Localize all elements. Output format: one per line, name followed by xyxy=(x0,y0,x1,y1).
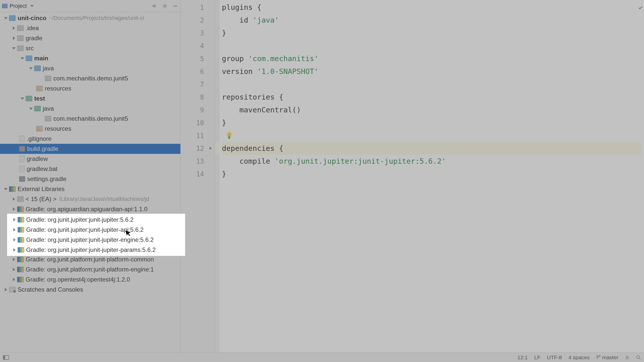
code-line[interactable]: } xyxy=(222,116,641,129)
zoom-icon[interactable] xyxy=(636,355,641,360)
project-title[interactable]: Project xyxy=(10,3,27,9)
gutter-line[interactable]: 13 xyxy=(181,155,215,168)
gutter-line[interactable]: 7 xyxy=(181,78,215,91)
tree-node[interactable]: gradle xyxy=(0,33,180,43)
gutter-line[interactable]: 5 xyxy=(181,52,215,65)
svg-point-1 xyxy=(597,355,598,356)
tree-node[interactable]: .idea xyxy=(0,23,180,33)
code-line[interactable]: version '1.0-SNAPSHOT' xyxy=(222,65,641,78)
folder-icon xyxy=(26,56,32,61)
tree-label: .gitignore xyxy=(27,135,52,142)
tree-hint: /Library/Java/JavaVirtualMachines/jd xyxy=(59,196,149,202)
library-icon xyxy=(18,237,24,243)
tree-node[interactable]: settings.gradle xyxy=(0,174,180,184)
gutter-line[interactable]: 3 xyxy=(181,27,215,39)
folder-icon xyxy=(34,66,41,71)
branch-icon xyxy=(596,354,601,360)
gutter-line[interactable]: 9 xyxy=(181,104,215,116)
chevron-down-icon[interactable] xyxy=(30,5,34,7)
code-line[interactable]: group 'com.mechanitis' xyxy=(222,52,641,65)
tree-label: test xyxy=(34,95,45,102)
tool-windows-icon[interactable] xyxy=(3,355,9,360)
tree-node[interactable]: Gradle: org.junit.jupiter:junit-jupiter:… xyxy=(8,215,184,225)
gutter-line[interactable]: 2 xyxy=(181,14,215,27)
library-icon xyxy=(18,247,24,253)
gutter-line[interactable]: 4 xyxy=(181,39,215,52)
library-icon xyxy=(18,217,24,222)
tree-node[interactable]: gradlew.bat xyxy=(0,164,180,174)
tree-node[interactable]: resources xyxy=(0,124,180,134)
library-icon xyxy=(17,206,24,212)
tree-node-scratches[interactable]: Scratches and Consoles xyxy=(0,285,180,295)
gutter-line[interactable]: 14 xyxy=(181,168,215,180)
gutter[interactable]: 1234567891011121314 xyxy=(181,0,215,352)
tree-node[interactable]: java xyxy=(0,63,180,73)
code-area[interactable]: plugins { id 'java'}group 'com.mechaniti… xyxy=(219,0,644,352)
svg-point-0 xyxy=(164,5,166,7)
tree-node[interactable]: Gradle: org.opentest4j:opentest4j:1.2.0 xyxy=(0,275,180,285)
tree-label: main xyxy=(34,55,48,62)
gear-icon[interactable] xyxy=(162,3,168,9)
code-line[interactable]: } xyxy=(222,168,641,180)
code-line[interactable]: mavenCentral() xyxy=(222,104,641,116)
code-line[interactable]: dependencies { xyxy=(222,142,641,155)
tree-node-external-libs[interactable]: External Libraries xyxy=(0,184,180,194)
library-icon xyxy=(17,277,24,282)
tree-node[interactable]: java xyxy=(0,104,180,114)
gutter-line[interactable]: 8 xyxy=(181,91,215,104)
tree-node[interactable]: Gradle: org.junit.jupiter:junit-jupiter-… xyxy=(8,225,184,235)
tree-label: Gradle: org.junit.jupiter:junit-jupiter-… xyxy=(26,236,154,243)
tree-node[interactable]: Gradle: org.junit.platform:junit-platfor… xyxy=(0,254,180,264)
project-tree[interactable]: unit-cinco ~/Documents/Projects/trishage… xyxy=(0,12,180,352)
line-separator[interactable]: LF xyxy=(534,354,541,360)
tree-label: build.gradle xyxy=(27,145,58,152)
package-icon xyxy=(45,76,51,81)
tree-node[interactable]: src xyxy=(0,43,180,53)
code-line[interactable]: compile 'org.junit.jupiter:junit-jupiter… xyxy=(222,155,641,168)
highlight-callout: Gradle: org.junit.jupiter:junit-jupiter:… xyxy=(8,214,185,255)
editor: 1234567891011121314 plugins { id 'java'}… xyxy=(181,0,644,352)
gutter-line[interactable]: 12 xyxy=(181,142,215,155)
tree-node[interactable]: com.mechanitis.demo.junit5 xyxy=(0,114,180,124)
scratches-icon xyxy=(9,287,16,292)
code-line[interactable]: id 'java' xyxy=(222,14,641,27)
encoding[interactable]: UTF-8 xyxy=(547,354,562,360)
code-line[interactable]: repositories { xyxy=(222,91,641,104)
git-branch[interactable]: master xyxy=(596,354,618,360)
code-line[interactable] xyxy=(222,39,641,52)
tree-node-root[interactable]: unit-cinco ~/Documents/Projects/trishage… xyxy=(0,13,180,23)
gutter-line[interactable]: 10 xyxy=(181,116,215,129)
tree-node[interactable]: .gitignore xyxy=(0,134,180,144)
tree-label: unit-cinco xyxy=(18,15,47,22)
fold-column[interactable] xyxy=(215,0,219,352)
collapse-all-icon[interactable] xyxy=(151,3,157,9)
tree-node-selected[interactable]: build.gradle xyxy=(0,144,180,154)
tree-node[interactable]: test xyxy=(0,94,180,104)
code-line[interactable]: 💡 xyxy=(222,129,641,142)
tree-node[interactable]: Gradle: org.apiguardian:apiguardian-api:… xyxy=(0,204,180,214)
tree-node[interactable]: < 15 (EA) > /Library/Java/JavaVirtualMac… xyxy=(0,194,180,204)
indent[interactable]: 4 spaces xyxy=(569,354,590,360)
code-line[interactable]: } xyxy=(222,27,641,39)
gutter-line[interactable]: 6 xyxy=(181,65,215,78)
tree-node[interactable]: com.mechanitis.demo.junit5 xyxy=(0,73,180,83)
run-gutter-icon[interactable] xyxy=(209,145,213,152)
tree-node[interactable]: resources xyxy=(0,83,180,94)
tree-node[interactable]: Gradle: org.junit.jupiter:junit-jupiter-… xyxy=(8,235,184,245)
tree-node[interactable]: gradlew xyxy=(0,154,180,164)
lock-icon[interactable] xyxy=(625,355,629,360)
tree-node[interactable]: Gradle: org.junit.platform:junit-platfor… xyxy=(0,264,180,275)
tree-label: src xyxy=(26,45,34,52)
tree-node[interactable]: main xyxy=(0,53,180,63)
code-line[interactable]: plugins { xyxy=(222,1,641,14)
code-line[interactable] xyxy=(222,78,641,91)
gutter-line[interactable]: 1 xyxy=(181,1,215,14)
tree-node[interactable]: Gradle: org.junit.jupiter:junit-jupiter-… xyxy=(8,245,184,255)
tree-label: com.mechanitis.demo.junit5 xyxy=(53,115,128,122)
inspection-ok-icon[interactable] xyxy=(638,2,643,7)
intention-bulb-icon[interactable]: 💡 xyxy=(225,129,233,142)
gutter-line[interactable]: 11 xyxy=(181,129,215,142)
tree-label: gradle xyxy=(26,35,43,42)
cursor-position[interactable]: 12:1 xyxy=(517,354,528,360)
minimize-icon[interactable] xyxy=(172,3,178,9)
